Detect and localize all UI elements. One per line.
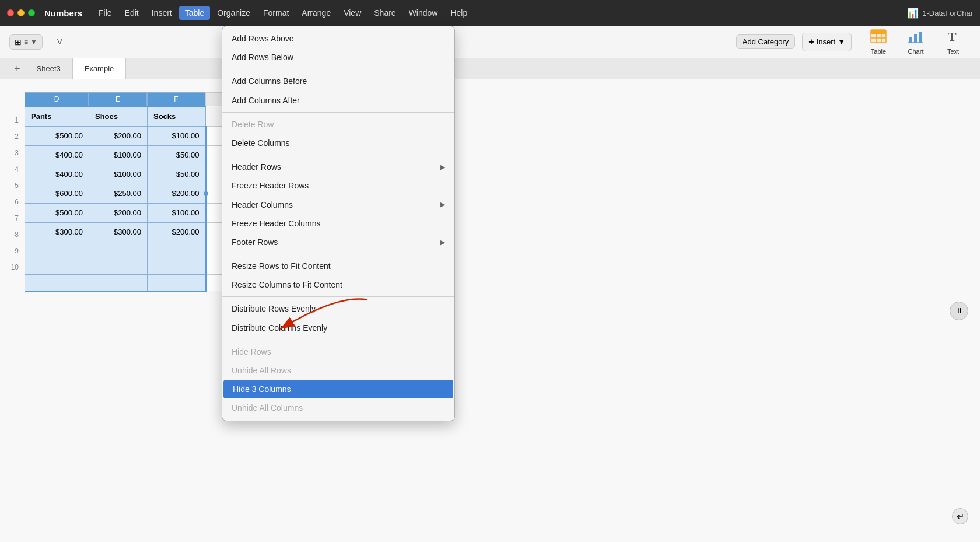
cell-9-d[interactable]: [25, 275, 89, 291]
row-num-4: 4: [9, 161, 21, 177]
menu-help[interactable]: Help: [444, 6, 473, 20]
cell-7-f[interactable]: [148, 242, 206, 258]
row-num-8: 8: [9, 226, 21, 243]
row-numbers: 1 2 3 4 5 6 7 8 9 10: [9, 112, 21, 275]
menu-header-rows[interactable]: Header Rows ▶: [222, 158, 454, 176]
add-sheet-button[interactable]: +: [9, 58, 25, 79]
cell-9-f[interactable]: [148, 275, 206, 291]
cell-3-f[interactable]: $50.00: [148, 165, 206, 184]
menu-header-columns[interactable]: Header Columns ▶: [222, 195, 454, 214]
cell-5-e[interactable]: $200.00: [89, 204, 148, 223]
chart-tool-button[interactable]: Chart: [898, 27, 933, 57]
menu-table[interactable]: Table: [179, 6, 210, 20]
insert-button[interactable]: + Insert ▼: [802, 33, 852, 51]
cell-1-d[interactable]: $500.00: [25, 127, 89, 146]
app-name: Numbers: [44, 8, 82, 18]
add-category-button[interactable]: Add Category: [736, 34, 796, 49]
menu-view[interactable]: View: [338, 6, 367, 20]
menu-add-rows-below[interactable]: Add Rows Below: [222, 48, 454, 67]
menu-distribute-rows[interactable]: Distribute Rows Evenly: [222, 299, 454, 318]
sheet-tab-sheet3[interactable]: Sheet3: [24, 58, 73, 79]
header-socks: Socks: [148, 107, 206, 127]
cell-6-e[interactable]: $300.00: [89, 223, 148, 242]
row-num-6: 6: [9, 194, 21, 210]
toolbar-right: + Insert ▼ Table: [802, 27, 971, 57]
menu-resize-rows[interactable]: Resize Rows to Fit Content: [222, 257, 454, 275]
menu-add-columns-before[interactable]: Add Columns Before: [222, 72, 454, 90]
row-num-10: 10: [9, 259, 21, 275]
menu-add-rows-above[interactable]: Add Rows Above: [222, 29, 454, 48]
cell-8-e[interactable]: [89, 258, 148, 275]
cell-5-f[interactable]: $100.00: [148, 204, 206, 223]
submenu-arrow-header-rows: ▶: [440, 163, 445, 171]
menu-file[interactable]: File: [93, 6, 118, 20]
cell-5-d[interactable]: $500.00: [25, 204, 89, 223]
menu-hide-3-columns[interactable]: Hide 3 Columns: [223, 380, 453, 398]
cell-8-d[interactable]: [25, 258, 89, 275]
close-button[interactable]: [7, 9, 14, 16]
menu-distribute-columns[interactable]: Distribute Columns Evenly: [222, 319, 454, 337]
table-view-toggle[interactable]: ⊞ ≡ ▼: [9, 34, 43, 50]
menu-window[interactable]: Window: [403, 6, 444, 20]
menu-format[interactable]: Format: [257, 6, 295, 20]
menu-delete-row: Delete Row: [222, 115, 454, 134]
return-icon[interactable]: ↵: [952, 508, 968, 524]
pause-button[interactable]: ⏸: [950, 302, 968, 320]
menu-hide-rows: Hide Rows: [222, 342, 454, 361]
col-label-d: D: [24, 92, 89, 106]
text-tool-button[interactable]: T Text: [936, 27, 971, 57]
table-dropdown-menu[interactable]: Add Rows Above Add Rows Below Add Column…: [222, 26, 455, 421]
cell-4-f[interactable]: $200.00: [148, 184, 206, 204]
header-pants: Pants: [25, 107, 89, 127]
row-num-3: 3: [9, 145, 21, 161]
col-label-e: E: [89, 92, 147, 106]
col-label-f: F: [147, 92, 205, 106]
row-num-5: 5: [9, 177, 21, 194]
cell-2-e[interactable]: $100.00: [89, 146, 148, 165]
pause-icon: ⏸: [956, 306, 963, 315]
svg-text:T: T: [948, 29, 957, 43]
cell-8-f[interactable]: [148, 258, 206, 275]
cell-2-d[interactable]: $400.00: [25, 146, 89, 165]
menu-freeze-header-columns[interactable]: Freeze Header Columns: [222, 214, 454, 233]
cell-1-f[interactable]: $100.00: [148, 127, 206, 146]
svg-rect-7: [909, 37, 912, 43]
cell-3-e[interactable]: $100.00: [89, 165, 148, 184]
minimize-button[interactable]: [18, 9, 24, 16]
table-tool-button[interactable]: Table: [861, 27, 896, 57]
menu-unhide-all-rows: Unhide All Rows: [222, 361, 454, 380]
menu-resize-columns[interactable]: Resize Columns to Fit Content: [222, 275, 454, 294]
spreadsheet-area[interactable]: 1 2 3 4 5 6 7 8 9 10 D E F G Pa: [0, 79, 980, 542]
separator-5: [222, 296, 454, 297]
plus-icon: +: [808, 37, 814, 47]
view-label: V: [57, 37, 62, 46]
menu-freeze-header-rows[interactable]: Freeze Header Rows: [222, 176, 454, 195]
menu-edit[interactable]: Edit: [119, 6, 145, 20]
row-num-9: 9: [9, 243, 21, 259]
sheet-tab-example[interactable]: Example: [72, 58, 127, 79]
menu-arrange[interactable]: Arrange: [296, 6, 337, 20]
cell-3-d[interactable]: $400.00: [25, 165, 89, 184]
fullscreen-button[interactable]: [28, 9, 35, 16]
cell-6-d[interactable]: $300.00: [25, 223, 89, 242]
cell-4-d[interactable]: $600.00: [25, 184, 89, 204]
cell-4-e[interactable]: $250.00: [89, 184, 148, 204]
menu-delete-columns[interactable]: Delete Columns: [222, 134, 454, 152]
menu-footer-rows[interactable]: Footer Rows ▶: [222, 233, 454, 251]
main-area: 1 2 3 4 5 6 7 8 9 10 D E F G Pa: [0, 79, 980, 542]
menu-bar: Numbers File Edit Insert Table Organize …: [0, 0, 980, 26]
menu-share[interactable]: Share: [368, 6, 401, 20]
menu-add-columns-after[interactable]: Add Columns After: [222, 91, 454, 110]
cell-6-f[interactable]: $200.00: [148, 223, 206, 242]
cell-9-e[interactable]: [89, 275, 148, 291]
cell-7-e[interactable]: [89, 242, 148, 258]
cell-7-d[interactable]: [25, 242, 89, 258]
cell-1-e[interactable]: $200.00: [89, 127, 148, 146]
cell-2-f[interactable]: $50.00: [148, 146, 206, 165]
doc-title: 1-DataForChar: [922, 9, 973, 18]
menu-insert[interactable]: Insert: [146, 6, 178, 20]
menu-unhide-all-columns: Unhide All Columns: [222, 398, 454, 417]
menu-items: File Edit Insert Table Organize Format A…: [93, 6, 473, 20]
menu-organize[interactable]: Organize: [211, 6, 256, 20]
header-shoes: Shoes: [89, 107, 148, 127]
